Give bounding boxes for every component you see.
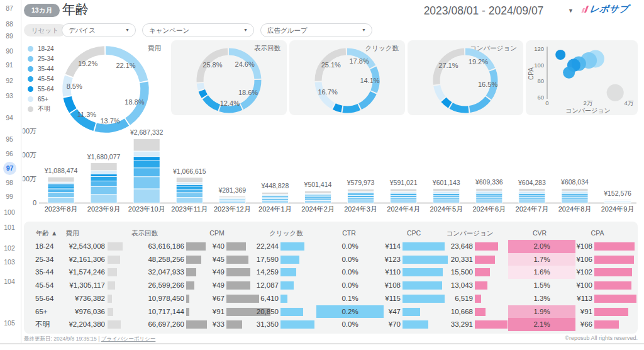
cell-ctr: 0.0% [316,266,384,279]
cell-cpc-bar [402,281,442,290]
cell-cost-bar [108,295,112,303]
cell-clicks: 6,410 [246,292,279,305]
cell-conv-bar [475,320,508,329]
chevron-down-icon: ▼ [125,24,130,37]
ad-group-filter-dropdown[interactable]: 広告グループ ▼ [260,23,372,37]
cell-conv: 10,668 [440,305,473,319]
gutter-row-number[interactable]: 100 [0,206,19,218]
cell-cpm-bar [226,320,242,329]
table-header-5[interactable]: CTR [311,228,387,238]
gutter-row-number[interactable]: 96 [0,147,19,160]
cell-imp-bar [186,281,194,290]
donut-percent-label: 27.1% [438,62,458,69]
cell-imp: 26,599,266 [131,279,184,292]
logo-text: レポサブ [589,3,630,15]
gutter-row-number[interactable]: 88 [0,18,19,30]
bar-value-label: ¥1,680,077 [87,153,121,161]
gutter-row-number[interactable]: 92 [0,74,19,87]
cell-cpm: ¥49 [198,266,225,279]
table-header-7[interactable]: コンバージョン [432,228,508,238]
bar-segment-55-64 [91,174,117,176]
bar-segment-18-24 [304,200,331,203]
legend-item: 65+ [28,94,48,103]
svg-text:コンバージョン: コンバージョン [565,107,610,114]
reposub-logo: レポサブ [582,3,630,15]
gutter-row-number[interactable]: 91 [0,59,19,71]
donut-percent-label: 13.7% [100,117,119,125]
svg-text:60: 60 [537,94,544,101]
date-range-picker[interactable]: 2023/08/01 - 2024/09/07 [402,4,565,18]
svg-text:300万: 300万 [23,127,36,135]
cell-conv: 15,500 [440,266,473,279]
legend-item-label: 35-44 [38,65,54,72]
bar-segment-25-34 [48,193,74,198]
gutter-row-number[interactable]: 101 [0,221,19,234]
privacy-policy-link[interactable]: プライバシーポリシー [101,336,156,342]
cell-cvr: 2.1% [508,318,575,331]
gutter-row-number[interactable]: 98 [0,176,19,189]
bar-segment-不明 [219,196,245,198]
last-updated-text: 最終更新日: 2024/9/8 19:35:15 [24,336,97,342]
donut-chart-2: 17.8%14.1%16.7%25.1% [309,43,385,118]
bottom-divider [0,343,644,344]
cell-cpa-bar [594,308,628,316]
legend-item: 18-24 [28,44,54,53]
scatter-bubble-不明 [607,84,624,101]
gutter-row-number-active[interactable]: 97 [3,162,16,175]
gutter-row-number[interactable]: 90 [0,45,19,57]
donut-percent-label: 8.5% [67,82,82,90]
donut-percent-label: 14.1% [360,77,379,84]
cell-clicks-bar [280,256,299,264]
gutter-row-number[interactable]: 95 [0,133,19,145]
legend-item: 35-44 [28,64,54,73]
bar-month-label: 2023年10月 [128,205,165,213]
legend-color-dot [28,56,33,62]
table-header-3[interactable]: CPM [179,228,255,238]
reset-button[interactable]: リセット [24,24,66,37]
gutter-row-number[interactable]: 87 [0,2,19,14]
bar-month-label: 2024年3月 [344,205,377,213]
cell-clicks: 17,590 [246,253,279,266]
cell-conv-bar [475,256,495,264]
donut-percent-label: 25.8% [203,61,222,69]
cell-ctr: 0.1% [316,292,384,305]
cell-conv-bar [475,242,498,251]
table-row: 不明¥2,204,38066,697,260¥3331,350¥7033,291… [0,318,644,331]
cell-cpa-bar [594,256,634,264]
svg-text:CPA: CPA [528,67,535,80]
svg-text:100万: 100万 [23,175,36,183]
svg-text:4万: 4万 [625,99,634,106]
campaign-filter-dropdown[interactable]: キャンペーン ▼ [142,23,254,37]
bar-value-label: ¥448,828 [261,182,289,189]
legend-color-dot [28,76,33,82]
cell-conv-bar [475,295,481,303]
cell-ctr: 0.0% [316,279,384,292]
donut-percent-label: 22.1% [116,62,135,69]
cell-clicks: 31,350 [246,318,279,331]
gutter-row-number[interactable]: 99 [0,190,19,203]
bar-segment-25-34 [262,199,288,201]
donut-percent-label: 18.6% [238,89,258,96]
bar-segment-18-24 [391,200,417,203]
gutter-row-number[interactable]: 94 [0,111,19,124]
bar-segment-不明 [176,178,203,183]
gutter-row-number[interactable]: 89 [0,30,19,42]
gutter-row-number[interactable]: 93 [0,89,19,102]
chevron-down-icon: ▼ [362,24,366,37]
bar-segment-35-44 [476,195,502,197]
table-header-1[interactable]: 費用 [35,228,110,238]
period-badge: 13カ月 [24,4,60,17]
table-header-9[interactable]: CPA [560,228,635,238]
table-header-2[interactable]: 表示回数 [107,228,182,238]
cell-cpa-bar [594,268,632,276]
cell-clicks-bar [280,308,303,316]
cell-conv: 13,043 [440,279,473,292]
cell-cost-bar [108,242,123,251]
bar-value-label: ¥501,414 [304,181,332,188]
cell-imp: 66,697,260 [131,318,184,331]
donut-percent-label: 16.7% [318,88,337,96]
cell-cpa-bar [594,281,631,290]
device-filter-dropdown[interactable]: デバイス ▼ [62,23,136,37]
cell-cost-bar [108,281,115,290]
chevron-down-icon[interactable]: ▼ [568,8,574,14]
